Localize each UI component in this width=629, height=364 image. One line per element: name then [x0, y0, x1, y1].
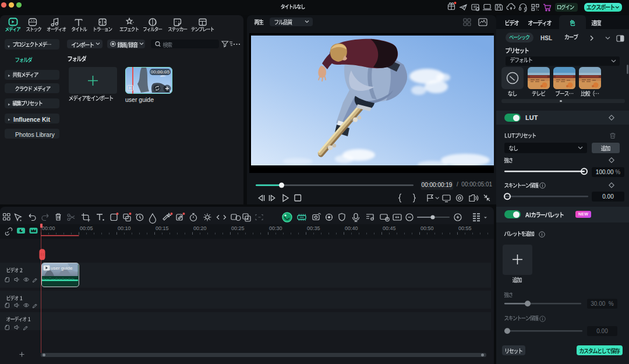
svg-text:00:35: 00:35: [307, 225, 320, 231]
svg-text:00:10: 00:10: [118, 225, 131, 231]
svg-text:00:50: 00:50: [420, 225, 434, 231]
svg-text:00:00: 00:00: [42, 225, 55, 231]
svg-text:00:20: 00:20: [193, 225, 207, 231]
svg-text:00:45: 00:45: [383, 225, 396, 231]
svg-text:00:15: 00:15: [156, 225, 169, 231]
svg-text:00:55: 00:55: [458, 225, 472, 231]
svg-text:00:40: 00:40: [345, 225, 358, 231]
svg-text:00:05: 00:05: [80, 225, 93, 231]
svg-text:00:30: 00:30: [269, 225, 282, 231]
svg-text:00:25: 00:25: [231, 225, 245, 231]
